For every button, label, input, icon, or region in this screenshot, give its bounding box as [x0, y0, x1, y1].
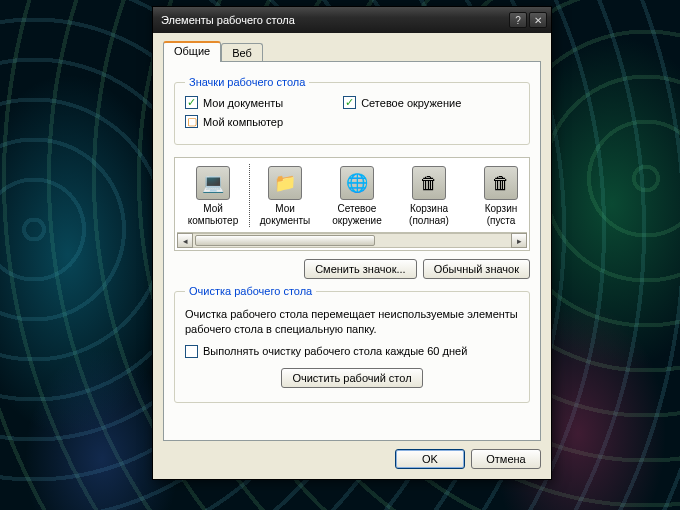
scrollbar-thumb[interactable] — [195, 235, 375, 246]
checkbox-label: Мои документы — [203, 97, 283, 109]
scrollbar-track[interactable] — [193, 233, 511, 248]
checkmark-icon: ✓ — [343, 96, 356, 109]
icon-label: Корзин — [485, 203, 518, 215]
tab-web[interactable]: Веб — [221, 43, 263, 62]
recycle-empty-icon: 🗑 — [484, 166, 518, 200]
checkmark-icon: ✓ — [185, 96, 198, 109]
cleanup-description: Очистка рабочего стола перемещает неиспо… — [185, 307, 519, 337]
cleanup-group: Очистка рабочего стола Очистка рабочего … — [174, 285, 530, 403]
folder-icon: 📁 — [268, 166, 302, 200]
icon-strip: 💻 Мой компьютер 📁 Мои документы 🌐 Сетево… — [177, 164, 527, 228]
help-button[interactable]: ? — [509, 12, 527, 28]
clean-desktop-button[interactable]: Очистить рабочий стол — [281, 368, 422, 388]
titlebar[interactable]: Элементы рабочего стола ? ✕ — [153, 7, 551, 33]
tab-general[interactable]: Общие — [163, 41, 221, 62]
recycle-full-icon: 🗑 — [412, 166, 446, 200]
desktop-icons-group: Значки рабочего стола ✓ Мои документы ✓ … — [174, 76, 530, 145]
scroll-left-arrow-icon[interactable]: ◂ — [177, 233, 193, 248]
checkbox-my-computer[interactable]: ▢ Мой компьютер — [185, 115, 283, 128]
cancel-button[interactable]: Отмена — [471, 449, 541, 469]
close-button[interactable]: ✕ — [529, 12, 547, 28]
checkbox-cleanup-schedule[interactable]: Выполнять очистку рабочего стола каждые … — [185, 345, 519, 358]
checkbox-label: Сетевое окружение — [361, 97, 461, 109]
checkmark-icon: ▢ — [185, 115, 198, 128]
icon-label: компьютер — [188, 215, 238, 227]
checkbox-empty-icon — [185, 345, 198, 358]
icon-label: документы — [260, 215, 311, 227]
dialog-button-row: OK Отмена — [163, 449, 541, 469]
desktop-items-dialog: Элементы рабочего стола ? ✕ Общие Веб Зн… — [152, 6, 552, 480]
icon-label: (пуста — [487, 215, 516, 227]
window-title: Элементы рабочего стола — [161, 14, 507, 26]
checkbox-my-documents[interactable]: ✓ Мои документы — [185, 96, 283, 109]
icon-preview-section: 💻 Мой компьютер 📁 Мои документы 🌐 Сетево… — [174, 157, 530, 279]
computer-icon: 💻 — [196, 166, 230, 200]
icon-label: (полная) — [409, 215, 449, 227]
icon-item-my-computer[interactable]: 💻 Мой компьютер — [177, 164, 249, 228]
scroll-right-arrow-icon[interactable]: ▸ — [511, 233, 527, 248]
checkbox-label: Выполнять очистку рабочего стола каждые … — [203, 345, 467, 357]
icon-buttons-row: Сменить значок... Обычный значок — [174, 259, 530, 279]
icon-label: Корзина — [410, 203, 448, 215]
default-icon-button[interactable]: Обычный значок — [423, 259, 530, 279]
ok-button[interactable]: OK — [395, 449, 465, 469]
icon-item-my-documents[interactable]: 📁 Мои документы — [249, 164, 321, 228]
network-icon: 🌐 — [340, 166, 374, 200]
horizontal-scrollbar[interactable]: ◂ ▸ — [177, 232, 527, 248]
icon-label: Мои — [275, 203, 295, 215]
icon-item-network[interactable]: 🌐 Сетевое окружение — [321, 164, 393, 228]
change-icon-button[interactable]: Сменить значок... — [304, 259, 417, 279]
icon-item-recycle-empty[interactable]: 🗑 Корзин (пуста — [465, 164, 527, 228]
icon-label: Мой — [203, 203, 223, 215]
icon-item-recycle-full[interactable]: 🗑 Корзина (полная) — [393, 164, 465, 228]
icon-label: Сетевое — [338, 203, 377, 215]
desktop-icons-legend: Значки рабочего стола — [185, 76, 309, 88]
tab-panel-general: Значки рабочего стола ✓ Мои документы ✓ … — [163, 61, 541, 441]
checkbox-label: Мой компьютер — [203, 116, 283, 128]
dialog-body: Общие Веб Значки рабочего стола ✓ Мои до… — [153, 33, 551, 479]
icon-label: окружение — [332, 215, 381, 227]
cleanup-legend: Очистка рабочего стола — [185, 285, 316, 297]
checkbox-network[interactable]: ✓ Сетевое окружение — [343, 96, 461, 109]
tabs-row: Общие Веб — [163, 41, 541, 62]
